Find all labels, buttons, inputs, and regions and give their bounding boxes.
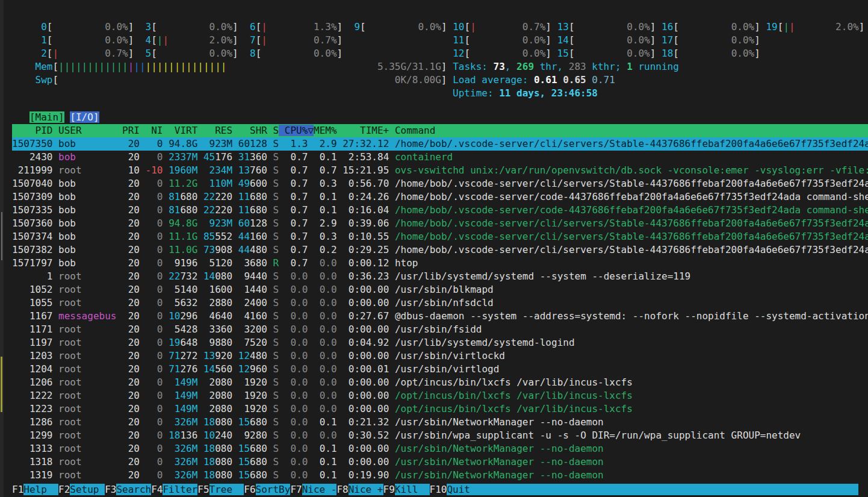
tasks-summary: Tasks: 73, 269 thr, 283 kthr; 1 running [453,61,679,72]
column-header-pri[interactable]: PRI [122,125,140,136]
process-row[interactable]: 1167 messagebus 20 0 10296 4640 4160 S 0… [12,310,868,323]
process-row[interactable]: 1204 root 20 0 71276 14560 12960 S 0.0 0… [12,363,868,376]
cpu-meter-18: 18[ 0.0%] [662,48,766,59]
process-time: 0:00.00 [343,284,389,295]
process-row[interactable]: 1507382 bob 20 0 11.0G 73908 44480 S 0.7… [12,243,868,257]
process-row[interactable]: 1222 root 20 0 149M 2080 1920 S 0.0 0.0 … [12,389,868,402]
process-cpu-percent: 0.0 [285,350,308,361]
process-mem-percent: 0.7 [314,164,337,176]
column-header-command[interactable]: Command [395,125,435,136]
column-header-cpu[interactable]: CPU%▽ [279,125,314,136]
fkey-kill[interactable]: F9Kill [383,484,430,495]
process-mem-percent: 2.9 [314,217,337,229]
fkey-sortby[interactable]: F6SortBy [244,484,290,495]
fkey-setup[interactable]: F2Setup [58,484,105,495]
swap-meter-label: Swp [36,74,53,86]
cpu-meter-id: 14 [557,34,569,46]
column-header-mem[interactable]: MEM% [314,125,337,136]
column-header-time[interactable]: TIME+ [343,125,389,136]
cpu-meter-10: 10[| 0.7%] [453,21,557,33]
column-header-virt[interactable]: VIRT [169,125,197,136]
process-state: S [273,403,279,414]
process-priority: 20 [122,403,140,414]
process-row[interactable]: 1223 root 20 0 149M 2080 1920 S 0.0 0.0 … [12,402,868,416]
fkey-tree[interactable]: F5Tree [197,484,244,495]
process-row[interactable]: 1052 root 20 0 5140 1600 1440 S 0.0 0.0 … [12,283,868,296]
process-row[interactable]: 1507374 bob 20 0 11.1G 85552 44160 S 0.7… [12,230,868,243]
column-header-user[interactable]: USER [58,125,116,136]
process-row[interactable]: 1507335 bob 20 0 81680 22220 11680 S 0.7… [12,204,868,217]
uptime-row: Uptime: 11 days, 23:46:58 [12,87,868,100]
process-row[interactable]: 1055 root 20 0 5632 2880 2400 S 0.0 0.0 … [12,296,868,310]
fkey-search[interactable]: F3Search [105,484,151,495]
fkey-nice-down[interactable]: F7Nice - [290,484,336,495]
cpu-meter-value: 0.0% [105,34,128,46]
cpu-meter-value: 0.0% [731,34,755,46]
process-row[interactable]: 1286 root 20 0 326M 18080 15680 S 0.0 0.… [12,416,868,429]
process-cpu-percent: 0.0 [285,390,308,401]
process-row[interactable]: 1299 root 20 0 18136 10240 9280 S 0.0 0.… [12,429,868,442]
column-header-shr[interactable]: SHR [238,125,267,136]
process-row[interactable]: 1 root 20 0 22732 14080 9440 S 0.0 0.0 0… [12,270,868,283]
cpu-meter-id: 5 [140,48,151,59]
process-row[interactable]: 2430 bob 20 0 2337M 45176 31360 S 0.7 0.… [12,151,868,164]
tab-io[interactable]: [I/O] [70,111,99,123]
process-row[interactable]: 1318 root 20 0 326M 18080 15680 S 0.0 0.… [12,455,868,469]
process-time: 0:10.55 [343,231,389,242]
process-row[interactable]: 1507040 bob 20 0 11.2G 110M 49600 S 0.7 … [12,177,868,190]
process-row[interactable]: 1197 root 20 0 19648 9880 7520 S 0.0 0.0… [12,336,868,349]
process-row[interactable]: 1171 root 20 0 5428 3360 3200 S 0.0 0.0 … [12,323,868,336]
process-mem-percent: 0.2 [314,244,337,255]
process-time: 0:00.12 [343,257,389,269]
process-time: 27:32.12 [343,138,389,149]
process-cpu-percent: 0.0 [285,430,308,441]
process-row-selected[interactable]: 1507350 bob 20 0 94.8G 923M 60128 S 1.3 … [12,137,868,151]
column-header-s[interactable]: S [273,125,279,136]
process-user: root [58,284,116,295]
process-user: bob [58,244,116,255]
process-cpu-percent: 0.7 [285,164,308,176]
process-row[interactable]: 1203 root 20 0 71272 13920 12480 S 0.0 0… [12,349,868,363]
tab-main[interactable]: [Main] [29,111,64,123]
process-nice: 0 [146,310,163,322]
column-header-pid[interactable]: PID [12,125,52,136]
fkey-help[interactable]: F1Help [12,484,58,495]
process-pid: 1507382 [12,244,52,255]
cpu-meter-value: 0.0% [209,48,233,59]
column-header-res[interactable]: RES [203,125,232,136]
memory-meter-row: Mem[||||||||||||||||||||||||||||| 5.35G/… [12,60,868,73]
process-time: 0:04.92 [343,337,389,348]
process-row[interactable]: 211999 root 10 -10 1960M 234M 13760 S 0.… [12,164,868,177]
process-state: S [273,244,279,255]
process-row[interactable]: 1206 root 20 0 149M 2080 1920 S 0.0 0.0 … [12,376,868,389]
column-header-ni[interactable]: NI [146,125,163,136]
memory-meter-value: 5.35G/31.1G [377,61,441,72]
process-mem-percent: 0.0 [314,270,337,282]
process-row[interactable]: 1313 root 20 0 326M 18080 15680 S 0.0 0.… [12,442,868,455]
process-mem-percent: 0.3 [314,231,337,242]
process-mem-percent: 0.1 [314,456,337,467]
cpu-meter-7: 7[| 0.7%] [244,34,348,46]
process-priority: 20 [122,443,140,454]
scrollbar-gutter[interactable] [0,0,4,497]
process-nice: 0 [146,350,163,361]
fkey-nice-up[interactable]: F8Nice + [336,484,383,495]
cpu-meter-id: 3 [140,21,151,33]
process-cpu-percent: 0.7 [285,191,308,202]
process-priority: 20 [122,469,140,481]
cpu-meter-row: 2[| 0.7%] 5[ 0.0%] 8[ 0.0%] 12[ 0.0%] 15… [12,47,868,60]
meter-bar-pipe: | [163,34,169,46]
cpu-meter-value: 0.0% [418,21,441,33]
process-nice: 0 [146,390,163,401]
process-row[interactable]: 1319 root 20 0 326M 18080 15680 S 0.0 0.… [12,469,868,482]
process-row[interactable]: 1507309 bob 20 0 81680 22220 11680 S 0.7… [12,190,868,204]
process-priority: 20 [122,390,140,401]
cpu-meter-value: 1.3% [314,21,337,33]
fkey-quit[interactable]: F10Quit [430,484,482,495]
fkey-filter[interactable]: F4Filter [151,484,197,495]
process-row[interactable]: 1571797 bob 20 0 9196 5120 3680 R 0.7 0.… [12,257,868,270]
process-state: S [273,350,279,361]
process-user: root [58,164,116,176]
process-pid: 1197 [12,337,52,348]
process-row[interactable]: 1507360 bob 20 0 94.8G 923M 60128 S 0.7 … [12,217,868,230]
